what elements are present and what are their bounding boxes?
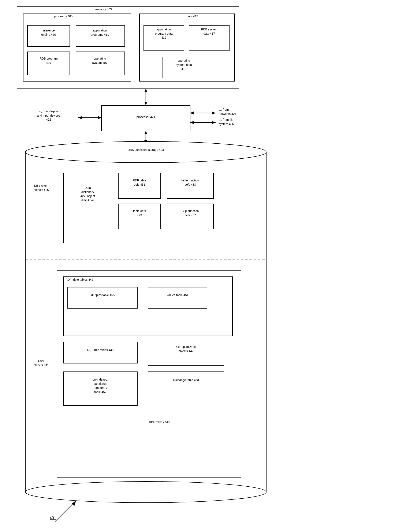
networks-label: to, fromnetworks 424 bbox=[219, 108, 265, 116]
user-objects-label: Userobjects 441 bbox=[26, 359, 56, 367]
svg-rect-38 bbox=[57, 270, 241, 477]
dbs-storage-label: DBS persistent storage 423 bbox=[101, 148, 190, 152]
svg-marker-15 bbox=[78, 116, 82, 119]
id-triples-label: IdTriples table 455 bbox=[69, 293, 136, 297]
rdb-system-data-label: RDB systemdata 417 bbox=[190, 27, 228, 36]
svg-marker-16 bbox=[98, 116, 101, 119]
svg-marker-12 bbox=[144, 102, 147, 105]
file-system-label: to, from filesystem 426 bbox=[219, 118, 265, 126]
svg-rect-40 bbox=[68, 287, 137, 308]
os-data-label: operatingsystem data419 bbox=[164, 59, 204, 71]
svg-marker-19 bbox=[190, 112, 194, 114]
sql-function-defs-label: SQL functiondefs 437 bbox=[168, 209, 212, 217]
processor-label: processor 421 bbox=[114, 115, 177, 119]
memory-label: memory 403 bbox=[82, 7, 125, 12]
svg-marker-25 bbox=[144, 131, 147, 134]
rdb-program-label: RDB program409 bbox=[28, 57, 69, 65]
svg-marker-18 bbox=[212, 112, 216, 114]
application-programs-label: applicationprograms 411 bbox=[77, 28, 123, 37]
svg-marker-22 bbox=[190, 121, 194, 124]
rdf-triple-tables-label: RDF triple tables 445 bbox=[66, 278, 150, 282]
svg-marker-47 bbox=[72, 500, 76, 506]
rdf-table-defs-label: RDF tabledefs 431 bbox=[119, 178, 159, 187]
data-label: data 413 bbox=[171, 14, 214, 19]
svg-point-26 bbox=[25, 141, 266, 163]
svg-rect-45 bbox=[148, 372, 224, 393]
data-dictionary-label: Datadictionary427: objectdefinitions bbox=[65, 186, 111, 202]
rdf-optimization-label: RDF optimizationobjects 447 bbox=[149, 345, 223, 353]
db-system-objects-label: DB systemobjects 425 bbox=[26, 184, 56, 192]
figure-arrow-svg bbox=[38, 494, 80, 526]
svg-marker-13 bbox=[144, 89, 147, 92]
svg-rect-32 bbox=[63, 173, 112, 243]
inference-engine-label: inferenceengine 450 bbox=[28, 28, 69, 37]
table-defs-label: table defs429 bbox=[119, 209, 159, 217]
svg-marker-21 bbox=[212, 121, 216, 124]
exchange-table-label: exchange table 453 bbox=[149, 378, 223, 382]
table-function-defs-label: table functiondefs 433 bbox=[168, 178, 212, 187]
diagram: memory 403 programs 405 inferenceengine … bbox=[0, 0, 395, 532]
svg-rect-6 bbox=[139, 14, 235, 81]
svg-rect-0 bbox=[17, 6, 239, 89]
svg-rect-41 bbox=[148, 287, 207, 308]
svg-point-30 bbox=[25, 141, 266, 163]
display-devices-label: to, from displayand input devices422 bbox=[21, 109, 76, 122]
app-program-data-label: applicationprogram data415 bbox=[145, 27, 183, 40]
rdf-tables-label: RDF tables 443 bbox=[149, 420, 223, 425]
rdf-rule-tables-label: RDF rule tables 449 bbox=[65, 348, 136, 352]
values-table-label: Values table 451 bbox=[149, 293, 206, 297]
operating-system-label: operatingsystem 407 bbox=[77, 57, 123, 65]
svg-rect-1 bbox=[23, 14, 131, 81]
svg-marker-24 bbox=[144, 140, 147, 144]
diagram-svg bbox=[0, 0, 395, 532]
programs-label: programs 405 bbox=[42, 14, 85, 19]
svg-rect-42 bbox=[63, 342, 137, 363]
svg-rect-39 bbox=[63, 277, 232, 336]
unindexed-label: un-indexed,partitionedtemporarytable 452 bbox=[65, 378, 136, 394]
